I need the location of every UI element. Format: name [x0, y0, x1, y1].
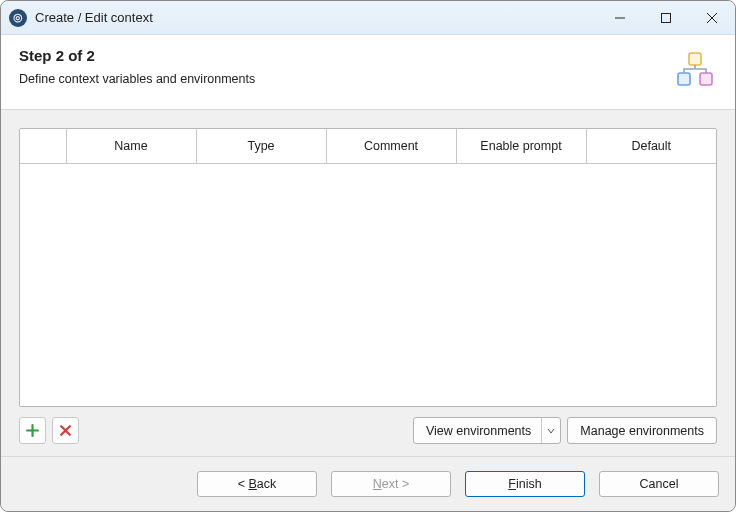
step-title: Step 2 of 2	[19, 47, 673, 64]
view-environments-dropdown[interactable]	[541, 418, 559, 443]
next-button: Next >	[331, 471, 451, 497]
col-header-name[interactable]: Name	[66, 129, 196, 164]
view-environments-button[interactable]: View environments	[413, 417, 561, 444]
svg-rect-6	[700, 73, 712, 85]
add-button[interactable]	[19, 417, 46, 444]
col-header-default[interactable]: Default	[586, 129, 716, 164]
plus-icon	[26, 424, 39, 437]
col-header-comment[interactable]: Comment	[326, 129, 456, 164]
wizard-footer: < Back Next > Finish Cancel	[1, 457, 735, 511]
svg-rect-1	[662, 13, 671, 22]
back-button[interactable]: < Back	[197, 471, 317, 497]
variables-table[interactable]: Name Type Comment Enable prompt Default	[19, 128, 717, 407]
maximize-button[interactable]	[643, 1, 689, 35]
col-header-type[interactable]: Type	[196, 129, 326, 164]
svg-rect-4	[689, 53, 701, 65]
view-environments-label: View environments	[426, 424, 531, 438]
maximize-icon	[660, 12, 672, 24]
remove-button[interactable]	[52, 417, 79, 444]
wizard-icon	[673, 49, 717, 93]
manage-environments-label: Manage environments	[580, 424, 704, 438]
wizard-banner: Step 2 of 2 Define context variables and…	[1, 35, 735, 110]
svg-rect-5	[678, 73, 690, 85]
table-toolbar: View environments Manage environments	[19, 417, 717, 444]
col-header-checkbox[interactable]	[20, 129, 66, 164]
step-subtitle: Define context variables and environment…	[19, 72, 673, 86]
manage-environments-button[interactable]: Manage environments	[567, 417, 717, 444]
cancel-button[interactable]: Cancel	[599, 471, 719, 497]
titlebar: ◎ Create / Edit context	[1, 1, 735, 35]
body-area: Name Type Comment Enable prompt Default …	[1, 110, 735, 457]
table-header-row: Name Type Comment Enable prompt Default	[20, 129, 716, 164]
finish-button[interactable]: Finish	[465, 471, 585, 497]
minimize-button[interactable]	[597, 1, 643, 35]
close-icon	[706, 12, 718, 24]
x-icon	[59, 424, 72, 437]
col-header-enable-prompt[interactable]: Enable prompt	[456, 129, 586, 164]
app-icon: ◎	[9, 9, 27, 27]
chevron-down-icon	[547, 427, 555, 435]
cancel-label: Cancel	[640, 477, 679, 491]
table-body-empty[interactable]	[20, 164, 716, 406]
minimize-icon	[614, 12, 626, 24]
window-title: Create / Edit context	[35, 10, 153, 25]
close-button[interactable]	[689, 1, 735, 35]
